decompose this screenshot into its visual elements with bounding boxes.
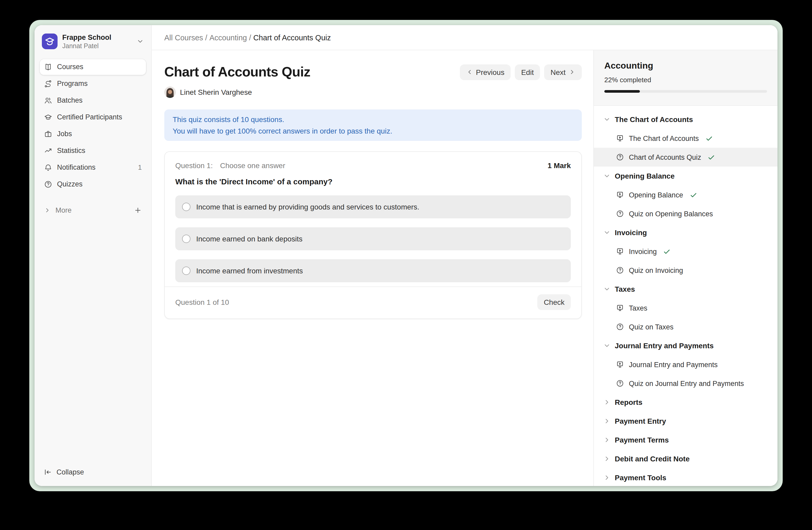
answer-option-3[interactable]: Income earned from investments — [175, 259, 571, 282]
outline-section-payment-tools[interactable]: Payment Tools — [594, 468, 778, 486]
outline-section-title: Taxes — [615, 285, 635, 293]
chevron-down-icon[interactable] — [136, 38, 144, 45]
next-button[interactable]: Next — [544, 64, 582, 80]
outline-item-label: Invoicing — [629, 248, 657, 255]
sidebar-item-label: Programs — [57, 80, 88, 88]
notification-count-badge: 1 — [138, 164, 142, 171]
sidebar-item-statistics[interactable]: Statistics — [40, 143, 146, 159]
outline-section-taxes[interactable]: Taxes — [594, 280, 778, 298]
outline-section-title: Invoicing — [615, 228, 647, 237]
sidebar-item-label: Courses — [57, 63, 84, 71]
chevron-down-icon — [603, 172, 611, 180]
answer-option-2[interactable]: Income earned on bank deposits — [175, 227, 571, 250]
sidebar-item-more[interactable]: More — [40, 203, 146, 219]
workspace-title: Frappe School — [62, 33, 112, 42]
outline-item-journal-entry-and-payments[interactable]: Journal Entry and Payments — [594, 355, 778, 374]
outline-section-title: Journal Entry and Payments — [615, 341, 714, 350]
outline-section-title: Payment Terms — [615, 436, 669, 444]
outline-section-journal-entry-and-payments[interactable]: Journal Entry and Payments — [594, 336, 778, 355]
chevron-right-icon — [603, 399, 611, 406]
radio-button[interactable] — [182, 267, 190, 275]
outline-item-label: Opening Balance — [629, 191, 683, 199]
question-instruction: Choose one answer — [220, 161, 285, 170]
outline-section-the-chart-of-accounts[interactable]: The Chart of Accounts — [594, 110, 778, 129]
sidebar-item-jobs[interactable]: Jobs — [40, 126, 146, 142]
outline-section-title: Payment Entry — [615, 417, 666, 425]
question-marks: 1 Mark — [548, 161, 571, 170]
quiz-circle-icon — [616, 323, 624, 331]
app-window: Frappe School Jannat Patel CoursesProgra… — [34, 25, 778, 486]
sidebar-item-courses[interactable]: Courses — [40, 59, 146, 75]
outline-item-chart-of-accounts-quiz[interactable]: Chart of Accounts Quiz — [594, 148, 778, 167]
completed-check-icon — [707, 153, 715, 161]
outline-item-label: Quiz on Opening Balances — [629, 210, 713, 218]
answer-option-1[interactable]: Income that is earned by providing goods… — [175, 195, 571, 219]
answer-option-label: Income earned from investments — [196, 267, 303, 275]
completed-check-icon — [705, 134, 713, 142]
previous-button[interactable]: Previous — [460, 64, 511, 80]
quiz-card: Question 1: Choose one answer 1 Mark Wha… — [164, 151, 582, 319]
breadcrumb-accounting[interactable]: Accounting — [209, 33, 247, 42]
chevron-down-icon — [603, 116, 611, 123]
users-icon — [44, 96, 52, 105]
completed-check-icon — [689, 191, 697, 199]
course-progress-bar — [604, 90, 767, 93]
frappe-school-logo — [42, 34, 58, 50]
notice-line: You will have to get 100% correct answer… — [173, 125, 574, 137]
outline-item-label: Quiz on Invoicing — [629, 266, 683, 274]
outline-section-payment-terms[interactable]: Payment Terms — [594, 431, 778, 449]
chevron-right-icon — [603, 436, 611, 444]
outline-item-quiz-on-taxes[interactable]: Quiz on Taxes — [594, 317, 778, 336]
sidebar-item-notifications[interactable]: Notifications1 — [40, 160, 146, 176]
outline-item-taxes[interactable]: Taxes — [594, 298, 778, 317]
grad-cap-icon — [44, 113, 52, 122]
outline-section-payment-entry[interactable]: Payment Entry — [594, 412, 778, 431]
monitor-play-icon — [616, 191, 624, 199]
answer-option-label: Income earned on bank deposits — [196, 235, 302, 243]
sidebar-item-label: Jobs — [57, 130, 72, 138]
outline-section-title: The Chart of Accounts — [615, 115, 693, 124]
sidebar-item-certified-participants[interactable]: Certified Participants — [40, 110, 146, 125]
collapse-left-icon — [44, 468, 52, 476]
breadcrumb-all-courses[interactable]: All Courses — [164, 33, 203, 42]
check-button[interactable]: Check — [538, 294, 571, 310]
collapse-sidebar-button[interactable]: Collapse — [40, 464, 146, 480]
outline-section-debit-and-credit-note[interactable]: Debit and Credit Note — [594, 449, 778, 468]
outline-item-the-chart-of-accounts[interactable]: The Chart of Accounts — [594, 129, 778, 148]
workspace-switcher[interactable]: Frappe School Jannat Patel — [40, 31, 146, 50]
course-progress-label: 22% completed — [604, 76, 767, 84]
quiz-circle-icon — [616, 209, 624, 218]
outline-section-invoicing[interactable]: Invoicing — [594, 223, 778, 242]
quiz-circle-icon — [616, 153, 624, 161]
completed-check-icon — [663, 248, 671, 255]
sidebar-item-programs[interactable]: Programs — [40, 76, 146, 92]
monitor-play-icon — [616, 304, 624, 312]
radio-button[interactable] — [182, 203, 190, 211]
course-outline-panel: Accounting 22% completed The Chart of Ac… — [593, 50, 778, 486]
outline-item-label: Journal Entry and Payments — [629, 361, 717, 368]
monitor-play-icon — [616, 360, 624, 369]
outline-section-opening-balance[interactable]: Opening Balance — [594, 167, 778, 185]
monitor-play-icon — [616, 134, 624, 142]
outline-item-quiz-on-journal-entry-and-payments[interactable]: Quiz on Journal Entry and Payments — [594, 374, 778, 393]
briefcase-icon — [44, 130, 52, 138]
course-outline-list: The Chart of AccountsThe Chart of Accoun… — [594, 106, 778, 486]
edit-button[interactable]: Edit — [515, 64, 540, 80]
chevron-right-icon — [603, 455, 611, 462]
outline-item-opening-balance[interactable]: Opening Balance — [594, 185, 778, 204]
radio-button[interactable] — [182, 235, 190, 243]
sidebar-item-label: Quizzes — [57, 180, 83, 188]
outline-item-quiz-on-invoicing[interactable]: Quiz on Invoicing — [594, 261, 778, 280]
outline-item-quiz-on-opening-balances[interactable]: Quiz on Opening Balances — [594, 204, 778, 223]
sidebar-item-label: Notifications — [57, 164, 96, 171]
sidebar-item-quizzes[interactable]: Quizzes — [40, 177, 146, 192]
plus-icon[interactable] — [134, 207, 142, 214]
question-text: What is the 'Direct Income' of a company… — [175, 177, 571, 186]
outline-section-title: Debit and Credit Note — [615, 455, 690, 463]
window-frame: Frappe School Jannat Patel CoursesProgra… — [29, 20, 783, 491]
page-title: Chart of Accounts Quiz — [164, 64, 310, 80]
sidebar-item-batches[interactable]: Batches — [40, 93, 146, 108]
outline-item-invoicing[interactable]: Invoicing — [594, 242, 778, 261]
course-progress-fill — [604, 90, 640, 93]
outline-section-reports[interactable]: Reports — [594, 393, 778, 412]
